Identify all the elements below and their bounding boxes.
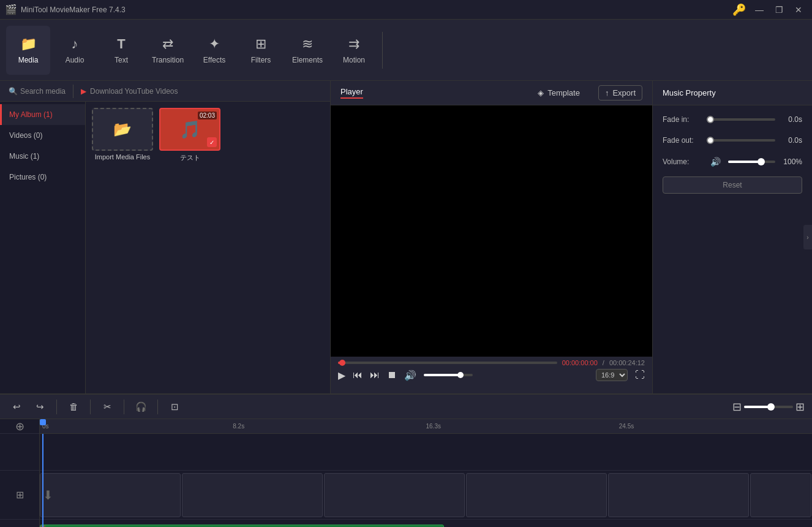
import-media-card[interactable]: 📂 Import Media Files xyxy=(92,108,153,162)
toolbar-text[interactable]: T Text xyxy=(99,26,143,75)
key-icon[interactable]: 🔑 xyxy=(732,3,746,17)
add-track-icon[interactable]: ⊕ xyxy=(15,420,24,433)
main-clip-6[interactable] xyxy=(750,473,811,517)
main-clip-1[interactable]: ⬇ xyxy=(40,473,181,517)
volume-slider[interactable] xyxy=(728,161,775,163)
toolbar-media[interactable]: 📁 Media xyxy=(6,26,50,75)
undo-button[interactable]: ↩ xyxy=(7,398,26,415)
audio-track-row: ↔ xyxy=(40,520,812,527)
volume-control[interactable] xyxy=(424,374,473,376)
minimize-button[interactable]: — xyxy=(751,4,768,16)
playhead xyxy=(42,434,43,527)
music-card[interactable]: 🎵 02:03 ✓ テスト xyxy=(159,108,220,162)
prev-frame-button[interactable]: ⏮ xyxy=(353,370,363,381)
crop-button[interactable]: ⊡ xyxy=(165,398,184,415)
zoom-controls: ⊟ ⊞ xyxy=(732,400,805,414)
ruler-header: ⊕ xyxy=(0,419,39,434)
main-clip-5[interactable] xyxy=(608,473,749,517)
text-icon: T xyxy=(117,36,125,52)
music-icon: 🎵 xyxy=(179,119,201,140)
zoom-in-button[interactable]: ⊞ xyxy=(795,400,805,414)
tab-player[interactable]: Player xyxy=(340,87,363,99)
toolbar-transition[interactable]: ⇄ Transition xyxy=(146,26,190,75)
music-thumb: 🎵 02:03 ✓ xyxy=(159,108,220,151)
restore-button[interactable]: ❐ xyxy=(770,4,788,16)
fade-out-slider[interactable] xyxy=(710,139,775,142)
volume-row: Volume: 🔊 100% xyxy=(663,157,802,167)
progress-thumb xyxy=(339,360,345,366)
toolbar-sep-3 xyxy=(124,400,124,414)
delete-button[interactable]: 🗑 xyxy=(64,398,83,415)
close-button[interactable]: ✕ xyxy=(790,4,807,16)
aspect-ratio-select[interactable]: 16:9 9:16 4:3 1:1 xyxy=(596,369,628,381)
properties-title: Music Property xyxy=(663,88,716,97)
timeline-scroll[interactable]: 0s 8.2s 16.3s 24.5s ⬇ xyxy=(40,419,812,527)
toolbar-audio-label: Audio xyxy=(66,56,85,64)
import-thumb: 📂 xyxy=(92,108,153,151)
search-media-button[interactable]: 🔍 Search media xyxy=(4,85,73,98)
timeline-toolbar: ↩ ↪ 🗑 ✂ 🎧 ⊡ ⊟ ⊞ xyxy=(0,395,812,419)
toolbar-filters-label: Filters xyxy=(251,56,271,64)
template-button[interactable]: ◈ Template xyxy=(532,86,586,100)
sidebar-item-videos[interactable]: Videos (0) xyxy=(0,125,85,146)
fade-in-slider[interactable] xyxy=(710,118,775,121)
main-clip-4[interactable] xyxy=(466,473,607,517)
properties-panel: Music Property Fade in: 0.0s Fade out: xyxy=(653,81,812,393)
toolbar: 📁 Media ♪ Audio T Text ⇄ Transition ✦ Ef… xyxy=(0,20,812,81)
next-frame-button[interactable]: ⏭ xyxy=(370,370,380,381)
toolbar-effects-label: Effects xyxy=(203,56,225,64)
sidebar-item-myalbum[interactable]: My Album (1) xyxy=(0,104,85,125)
main-track-row: ⬇ ⇄ ⇄ ⇄ ⇄ xyxy=(40,471,812,520)
search-media-label: Search media xyxy=(20,87,66,96)
toolbar-audio[interactable]: ♪ Audio xyxy=(53,26,97,75)
toolbar-sep-4 xyxy=(157,400,158,414)
clip-icon-1: ⬇ xyxy=(43,488,53,502)
timeline-area: ↩ ↪ 🗑 ✂ 🎧 ⊡ ⊟ ⊞ ⊕ ⊞ xyxy=(0,393,812,527)
audio-clip[interactable]: ↔ xyxy=(40,525,444,527)
volume-label: Volume: xyxy=(663,157,705,166)
elements-icon: ≋ xyxy=(302,36,313,52)
progress-bar[interactable] xyxy=(338,362,557,364)
toolbar-elements-label: Elements xyxy=(292,56,323,64)
fullscreen-button[interactable]: ⛶ xyxy=(635,370,645,381)
export-button[interactable]: ↑ Export xyxy=(598,85,642,100)
fade-in-label: Fade in: xyxy=(663,115,705,124)
reset-button[interactable]: Reset xyxy=(663,176,802,194)
zoom-slider[interactable] xyxy=(744,406,793,408)
volume-button[interactable]: 🔊 xyxy=(404,370,416,381)
main-clip-2[interactable] xyxy=(182,473,323,517)
redo-button[interactable]: ↪ xyxy=(31,398,49,415)
titlebar: 🎬 MiniTool MovieMaker Free 7.4.3 🔑 — ❐ ✕ xyxy=(0,0,812,20)
export-label: Export xyxy=(612,88,636,97)
left-inner: My Album (1) Videos (0) Music (1) Pictur… xyxy=(0,102,330,393)
toolbar-sep-2 xyxy=(90,400,91,414)
template-label: Template xyxy=(547,88,580,97)
effects-icon: ✦ xyxy=(209,36,220,52)
ruler-mark-1: 8.2s xyxy=(233,423,244,430)
ruler-mark-3: 24.5s xyxy=(619,423,634,430)
timeline-tracks: ⬇ ⇄ ⇄ ⇄ ⇄ xyxy=(40,434,812,527)
fade-in-value: 0.0s xyxy=(780,115,802,124)
main-clip-3[interactable] xyxy=(324,473,465,517)
download-youtube-button[interactable]: ▶ Download YouTube Videos xyxy=(76,85,182,98)
toolbar-elements[interactable]: ≋ Elements xyxy=(285,26,329,75)
youtube-icon: ▶ xyxy=(81,87,86,96)
toolbar-filters[interactable]: ⊞ Filters xyxy=(239,26,283,75)
toolbar-effects[interactable]: ✦ Effects xyxy=(192,26,236,75)
sidebar-item-music[interactable]: Music (1) xyxy=(0,146,85,167)
sidebar-item-pictures[interactable]: Pictures (0) xyxy=(0,167,85,188)
zoom-out-button[interactable]: ⊟ xyxy=(732,400,742,414)
audio-button[interactable]: 🎧 xyxy=(132,398,150,415)
toolbar-separator xyxy=(382,32,383,69)
audio-track-header: ♫ xyxy=(0,520,39,527)
play-button[interactable]: ▶ xyxy=(338,370,345,381)
stop-button[interactable]: ⏹ xyxy=(387,370,397,381)
folder-icon: 📂 xyxy=(113,121,132,138)
cut-button[interactable]: ✂ xyxy=(98,398,116,415)
fade-out-label: Fade out: xyxy=(663,136,705,145)
media-icon: 📁 xyxy=(20,36,37,52)
toolbar-motion[interactable]: ⇉ Motion xyxy=(332,26,376,75)
volume-icon: 🔊 xyxy=(710,157,721,167)
video-area xyxy=(331,105,652,357)
collapse-panel-button[interactable]: › xyxy=(803,225,812,249)
